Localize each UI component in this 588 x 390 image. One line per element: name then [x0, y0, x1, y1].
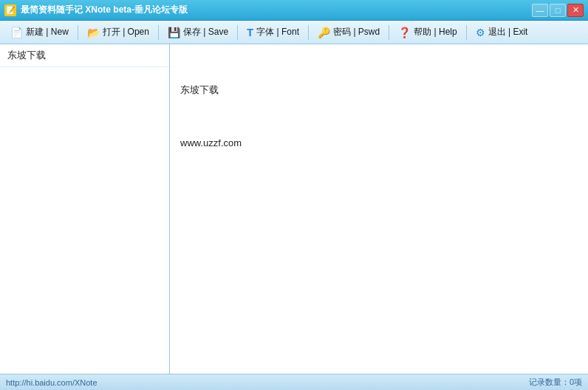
save-button[interactable]: 💾 保存 | Save: [160, 23, 236, 41]
new-icon: 📄: [10, 27, 23, 38]
separator-2: [158, 25, 159, 40]
close-button[interactable]: ✕: [567, 4, 584, 17]
save-label: 保存 | Save: [183, 26, 228, 38]
app-title: 最简资料随手记 XNote beta-垂凡论坛专版: [21, 4, 188, 16]
help-label: 帮助 | Help: [414, 26, 457, 38]
status-url: http://hi.baidu.com/XNote: [6, 378, 98, 387]
save-icon: 💾: [168, 27, 180, 38]
font-button[interactable]: T 字体 | Font: [239, 23, 307, 41]
help-icon: ❓: [398, 27, 411, 38]
editor-body-line: www.uzzf.com: [180, 136, 578, 151]
pswd-icon: 🔑: [318, 27, 330, 38]
toolbar: 📄 新建 | New 📂 打开 | Open 💾 保存 | Save T 字体 …: [0, 21, 588, 44]
list-item[interactable]: 东坡下载: [0, 44, 169, 67]
new-button[interactable]: 📄 新建 | New: [3, 23, 76, 41]
note-list: 东坡下载: [0, 44, 170, 374]
editor-title-line: 东坡下载: [180, 83, 578, 98]
exit-label: 退出 | Exit: [488, 26, 528, 38]
open-label: 打开 | Open: [103, 26, 149, 38]
record-count: 记录数量：0项: [529, 377, 582, 388]
font-label: 字体 | Font: [256, 26, 299, 38]
editor-area: 东坡下载 www.uzzf.com: [170, 44, 588, 374]
app-icon: 📝: [4, 4, 16, 16]
maximize-button[interactable]: □: [550, 4, 566, 17]
separator-1: [78, 25, 78, 40]
open-button[interactable]: 📂 打开 | Open: [80, 23, 157, 41]
new-label: 新建 | New: [26, 26, 69, 38]
separator-6: [466, 25, 467, 40]
status-bar: http://hi.baidu.com/XNote 记录数量：0项: [0, 374, 588, 390]
pswd-label: 密码 | Pswd: [333, 26, 380, 38]
separator-3: [237, 25, 238, 40]
editor-content[interactable]: 东坡下载 www.uzzf.com: [170, 44, 588, 374]
note-title: 东坡下载: [7, 49, 46, 61]
minimize-button[interactable]: —: [532, 4, 548, 17]
separator-4: [308, 25, 309, 40]
separator-5: [389, 25, 389, 40]
title-bar-left: 📝 最简资料随手记 XNote beta-垂凡论坛专版: [4, 4, 188, 16]
help-button[interactable]: ❓ 帮助 | Help: [391, 23, 464, 41]
exit-button[interactable]: ⚙ 退出 | Exit: [468, 23, 536, 41]
title-bar: 📝 最简资料随手记 XNote beta-垂凡论坛专版 — □ ✕: [0, 0, 588, 21]
window-controls: — □ ✕: [532, 4, 584, 17]
pswd-button[interactable]: 🔑 密码 | Pswd: [310, 23, 387, 41]
font-icon: T: [247, 26, 253, 38]
exit-icon: ⚙: [476, 27, 485, 38]
open-icon: 📂: [87, 27, 100, 38]
main-area: 东坡下载 东坡下载 www.uzzf.com: [0, 44, 588, 374]
